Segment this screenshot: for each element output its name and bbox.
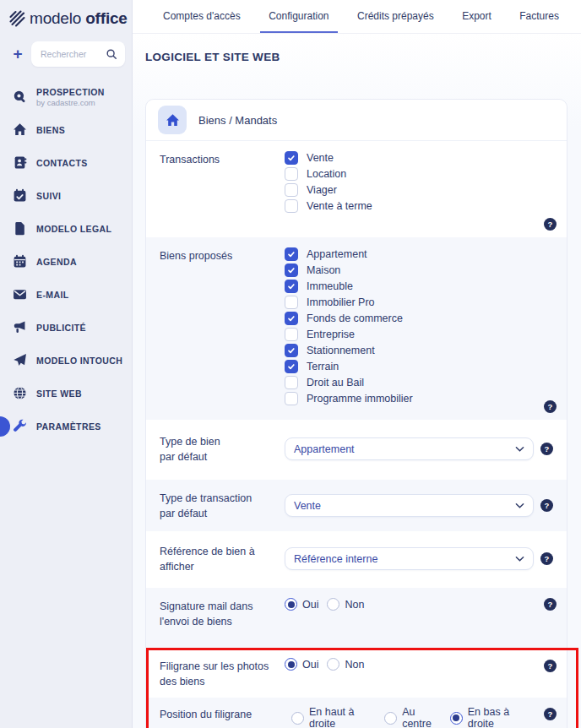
checkbox-label: Stationnement (307, 345, 375, 356)
type-transaction-select[interactable]: Vente (285, 494, 534, 517)
sidebar-item-e-mail[interactable]: E-MAIL (0, 278, 132, 311)
biens-mandats-card: Biens / Mandats Transactions VenteLocati… (145, 99, 567, 728)
checkbox-viager[interactable]: Viager (285, 183, 553, 197)
chevron-down-icon (515, 446, 524, 453)
checkbox-appartement[interactable]: Appartement (285, 247, 553, 261)
checkbox-label: Immeuble (307, 280, 353, 292)
main-content: LOGICIEL ET SITE WEB Biens / Mandats Tra… (133, 34, 581, 728)
checkbox-label: Immobilier Pro (307, 296, 375, 308)
sidebar-item-label: MODELO LEGAL (36, 224, 111, 234)
checkbox-label: Viager (307, 184, 337, 196)
select-value: Référence interne (294, 553, 377, 565)
magnifier-pin-icon (13, 90, 27, 104)
radio-oui[interactable]: Oui (285, 598, 318, 611)
field-label: Référence de bien à afficher (160, 543, 285, 574)
checkbox-icon (285, 360, 298, 373)
tab-configuration[interactable]: Configuration (260, 0, 337, 33)
checkbox-immeuble[interactable]: Immeuble (285, 280, 553, 293)
checkbox-vente[interactable]: Vente (285, 151, 553, 165)
biens-proposes-checkbox-group: AppartementMaisonImmeubleImmobilier ProF… (285, 247, 553, 408)
tab-factures[interactable]: Factures (511, 0, 567, 33)
help-icon[interactable]: ? (540, 552, 553, 565)
checkbox-fonds-de-commerce[interactable]: Fonds de commerce (285, 312, 553, 325)
radio-en-haut-a-droite[interactable]: En haut à droite (291, 706, 377, 728)
radio-en-bas-a-droite[interactable]: En bas à droite (450, 706, 533, 728)
sidebar-item-biens[interactable]: BIENS (0, 113, 132, 146)
app-title: modelo office (30, 9, 128, 28)
sidebar-item-modelo-intouch[interactable]: MODELO INTOUCH (0, 344, 132, 377)
radio-non[interactable]: Non (327, 658, 364, 671)
active-indicator (0, 416, 10, 437)
sidebar-item-label: SUIVI (36, 191, 61, 201)
sidebar-item-parametres[interactable]: PARAMÈTRES (0, 410, 132, 443)
checkbox-icon (285, 280, 298, 293)
radio-non[interactable]: Non (327, 598, 364, 611)
checkbox-immobilier-pro[interactable]: Immobilier Pro (285, 296, 553, 309)
help-icon[interactable]: ? (540, 499, 553, 512)
help-icon[interactable]: ? (544, 708, 557, 720)
checkbox-maison[interactable]: Maison (285, 263, 553, 277)
brand-hatch-icon (7, 8, 27, 29)
row-signature-mail: Signature mail dans l'envoi de biens Oui… (146, 588, 567, 649)
checkbox-droit-au-bail[interactable]: Droit au Bail (285, 376, 553, 389)
sidebar-item-site-web[interactable]: SITE WEB (0, 377, 132, 410)
radio-au-centre[interactable]: Au centre (384, 706, 443, 728)
row-filigrane-photos: Filigrane sur les photos des biens OuiNo… (146, 649, 567, 698)
checkbox-stationnement[interactable]: Stationnement (285, 344, 553, 357)
field-label: Transactions (160, 151, 285, 215)
sidebar-item-label: BIENS (36, 125, 65, 135)
select-value: Vente (294, 500, 321, 512)
help-icon[interactable]: ? (544, 218, 557, 231)
calendar-check-icon (13, 188, 27, 203)
help-icon[interactable]: ? (544, 598, 557, 611)
checkbox-entreprise[interactable]: Entreprise (285, 328, 553, 341)
radio-icon (285, 598, 297, 611)
chevron-down-icon (515, 503, 524, 509)
search-box[interactable] (31, 41, 125, 67)
sidebar-item-label: E-MAIL (36, 290, 69, 300)
tab-comptes-dacces[interactable]: Comptes d'accès (155, 0, 249, 33)
tab-export[interactable]: Export (453, 0, 500, 33)
sidebar-item-prospection[interactable]: PROSPECTIONby cadastre.com (0, 80, 132, 113)
checkbox-label: Location (307, 168, 346, 180)
radio-label: Non (345, 599, 364, 611)
app-logo: modelo office (0, 0, 132, 30)
help-icon[interactable]: ? (540, 443, 553, 455)
checkbox-label: Appartement (307, 248, 367, 260)
radio-oui[interactable]: Oui (285, 658, 318, 671)
sidebar-item-label: AGENDA (36, 257, 77, 267)
tab-credits-prepayes[interactable]: Crédits prépayés (349, 0, 443, 33)
type-bien-select[interactable]: Appartement (285, 437, 534, 460)
sidebar-item-label: PROSPECTION (36, 87, 105, 97)
reference-select[interactable]: Référence interne (285, 547, 534, 570)
sidebar-item-suivi[interactable]: SUIVI (0, 179, 132, 212)
search-input[interactable] (39, 48, 106, 60)
checkbox-icon (285, 376, 298, 389)
sidebar-item-modelo-legal[interactable]: MODELO LEGAL (0, 212, 132, 245)
checkbox-label: Maison (307, 264, 340, 276)
page-title: LOGICIEL ET SITE WEB (145, 51, 581, 63)
sidebar-item-label: MODELO INTOUCH (36, 356, 122, 366)
sidebar-item-contacts[interactable]: CONTACTS (0, 146, 132, 179)
checkbox-programme-immobilier[interactable]: Programme immobilier (285, 392, 553, 405)
sidebar: modelo office + PROSPECTIONby cadastre.c… (0, 0, 133, 728)
add-button[interactable]: + (8, 45, 27, 63)
checkbox-location[interactable]: Location (285, 167, 553, 181)
home-icon (158, 106, 187, 134)
help-icon[interactable]: ? (544, 400, 557, 413)
sidebar-item-label: SITE WEB (36, 388, 82, 399)
checkbox-terrain[interactable]: Terrain (285, 360, 553, 373)
sidebar-item-label: PUBLICITÉ (36, 323, 86, 333)
help-icon[interactable]: ? (544, 660, 557, 672)
row-transactions: Transactions VenteLocationViagerVente à … (146, 141, 567, 237)
row-biens-proposes: Biens proposés AppartementMaisonImmeuble… (146, 237, 567, 420)
field-label: Type de bien par défaut (160, 433, 285, 465)
sidebar-item-agenda[interactable]: AGENDA (0, 245, 132, 278)
row-position-filigrane: Position du filigrane En haut à droiteAu… (146, 698, 567, 728)
search-icon[interactable] (106, 48, 117, 60)
radio-icon (285, 658, 297, 671)
sidebar-item-publicite[interactable]: PUBLICITÉ (0, 311, 132, 344)
filigrane-photos-radio-group: OuiNon (285, 658, 553, 689)
top-tabbar: Comptes d'accès Configuration Crédits pr… (133, 0, 581, 34)
checkbox-vente-a-terme[interactable]: Vente à terme (285, 199, 553, 213)
